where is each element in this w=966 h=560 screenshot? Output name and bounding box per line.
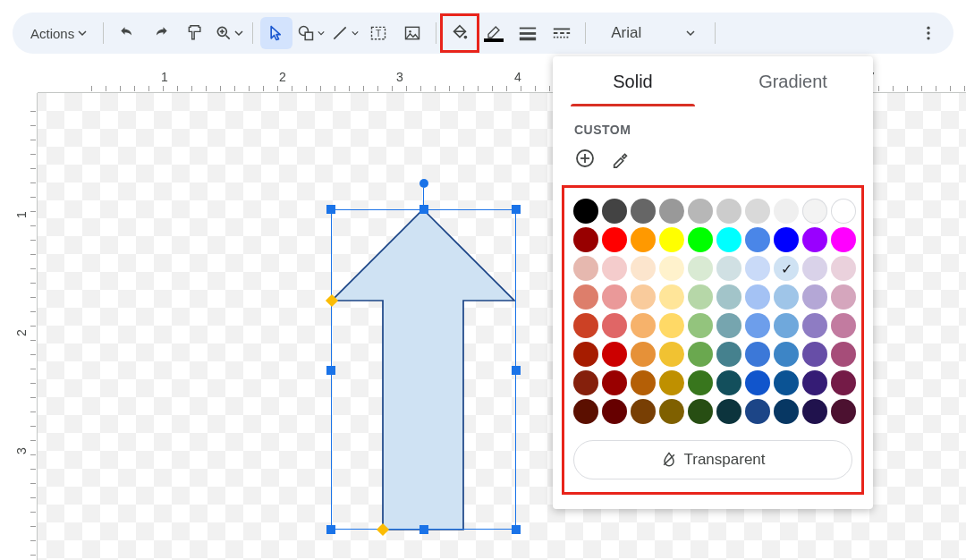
resize-handle-n[interactable] <box>419 205 428 214</box>
color-swatch[interactable] <box>573 399 598 424</box>
color-swatch[interactable] <box>659 342 684 367</box>
resize-handle-w[interactable] <box>326 366 335 375</box>
image-button[interactable] <box>396 17 428 49</box>
color-swatch[interactable] <box>774 284 799 310</box>
eyedropper-button[interactable] <box>608 146 633 171</box>
actions-menu-button[interactable]: Actions <box>21 17 96 49</box>
color-swatch[interactable] <box>688 342 713 367</box>
color-swatch[interactable] <box>659 313 684 338</box>
resize-handle-s[interactable] <box>419 525 428 534</box>
color-swatch[interactable] <box>745 342 770 367</box>
color-swatch[interactable] <box>688 199 713 224</box>
color-swatch[interactable] <box>573 256 598 281</box>
color-swatch[interactable] <box>745 284 770 310</box>
resize-handle-se[interactable] <box>512 525 521 534</box>
line-tool-button[interactable] <box>328 17 360 49</box>
redo-button[interactable] <box>145 17 177 49</box>
color-swatch[interactable] <box>831 284 856 310</box>
color-swatch[interactable] <box>745 370 770 395</box>
color-swatch[interactable] <box>631 342 656 367</box>
color-swatch[interactable] <box>802 399 827 424</box>
fill-color-button[interactable] <box>444 17 476 49</box>
transparent-button[interactable]: Transparent <box>573 440 852 479</box>
color-swatch[interactable] <box>716 370 741 395</box>
color-swatch[interactable] <box>716 256 741 281</box>
color-swatch[interactable] <box>716 399 741 424</box>
color-swatch[interactable] <box>688 256 713 281</box>
color-swatch[interactable] <box>774 399 799 424</box>
undo-button[interactable] <box>111 17 143 49</box>
color-swatch[interactable] <box>602 199 627 224</box>
color-swatch[interactable] <box>602 399 627 424</box>
color-swatch[interactable] <box>659 199 684 224</box>
color-swatch[interactable] <box>745 313 770 338</box>
color-swatch[interactable] <box>602 256 627 281</box>
color-swatch[interactable] <box>802 256 827 281</box>
tab-gradient[interactable]: Gradient <box>713 56 873 106</box>
color-swatch[interactable] <box>659 399 684 424</box>
color-swatch[interactable] <box>802 227 827 252</box>
color-swatch[interactable] <box>745 199 770 224</box>
paint-format-button[interactable] <box>179 17 211 49</box>
color-swatch[interactable] <box>573 342 598 367</box>
color-swatch[interactable] <box>602 342 627 367</box>
color-swatch[interactable] <box>802 284 827 310</box>
color-swatch[interactable] <box>831 313 856 338</box>
color-swatch[interactable] <box>745 256 770 281</box>
select-tool-button[interactable] <box>260 17 292 49</box>
color-swatch[interactable] <box>774 199 799 224</box>
color-swatch[interactable] <box>631 284 656 310</box>
color-swatch[interactable] <box>716 284 741 310</box>
resize-handle-nw[interactable] <box>326 205 335 214</box>
color-swatch[interactable] <box>573 313 598 338</box>
color-swatch[interactable] <box>831 342 856 367</box>
color-swatch[interactable] <box>774 227 799 252</box>
add-custom-color-button[interactable] <box>572 146 597 171</box>
color-swatch[interactable] <box>745 399 770 424</box>
font-select[interactable]: Arial <box>593 17 708 49</box>
border-dash-button[interactable] <box>546 17 578 49</box>
color-swatch[interactable] <box>831 199 856 224</box>
color-swatch[interactable] <box>774 256 799 281</box>
color-swatch[interactable] <box>802 342 827 367</box>
color-swatch[interactable] <box>631 199 656 224</box>
color-swatch[interactable] <box>774 370 799 395</box>
color-swatch[interactable] <box>631 256 656 281</box>
tab-solid[interactable]: Solid <box>553 56 713 106</box>
zoom-button[interactable] <box>213 17 245 49</box>
color-swatch[interactable] <box>573 227 598 252</box>
color-swatch[interactable] <box>573 284 598 310</box>
color-swatch[interactable] <box>774 313 799 338</box>
color-swatch[interactable] <box>631 313 656 338</box>
color-swatch[interactable] <box>716 342 741 367</box>
color-swatch[interactable] <box>602 227 627 252</box>
color-swatch[interactable] <box>688 284 713 310</box>
rotation-handle[interactable] <box>419 179 428 188</box>
color-swatch[interactable] <box>573 199 598 224</box>
color-swatch[interactable] <box>602 284 627 310</box>
shape-tool-button[interactable] <box>294 17 326 49</box>
color-swatch[interactable] <box>602 313 627 338</box>
color-swatch[interactable] <box>774 342 799 367</box>
color-swatch[interactable] <box>831 399 856 424</box>
border-color-button[interactable] <box>478 17 510 49</box>
border-weight-button[interactable] <box>512 17 544 49</box>
color-swatch[interactable] <box>659 370 684 395</box>
resize-handle-ne[interactable] <box>512 205 521 214</box>
color-swatch[interactable] <box>716 313 741 338</box>
color-swatch[interactable] <box>688 399 713 424</box>
color-swatch[interactable] <box>602 370 627 395</box>
color-swatch[interactable] <box>631 399 656 424</box>
color-swatch[interactable] <box>631 227 656 252</box>
color-swatch[interactable] <box>716 227 741 252</box>
color-swatch[interactable] <box>688 370 713 395</box>
color-swatch[interactable] <box>631 370 656 395</box>
color-swatch[interactable] <box>745 227 770 252</box>
resize-handle-e[interactable] <box>512 366 521 375</box>
color-swatch[interactable] <box>802 199 827 224</box>
color-swatch[interactable] <box>688 227 713 252</box>
resize-handle-sw[interactable] <box>326 525 335 534</box>
color-swatch[interactable] <box>659 256 684 281</box>
color-swatch[interactable] <box>831 256 856 281</box>
color-swatch[interactable] <box>802 370 827 395</box>
